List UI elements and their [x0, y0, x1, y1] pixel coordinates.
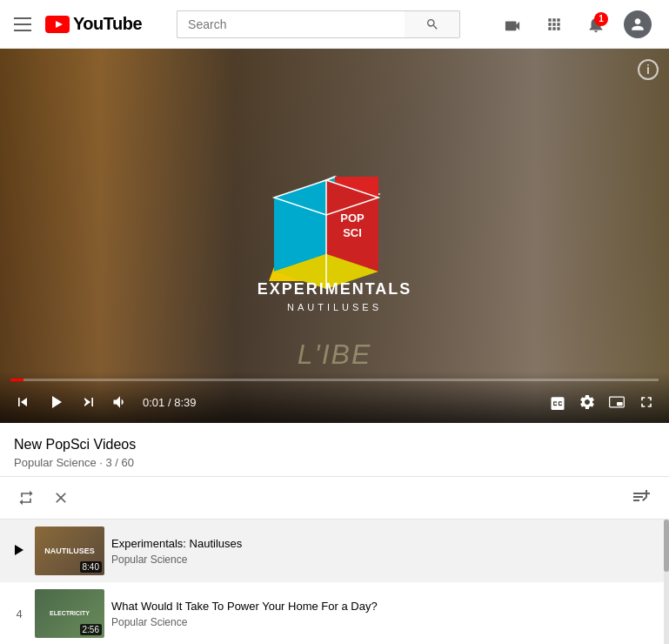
youtube-logo[interactable]: YouTube	[45, 14, 142, 34]
skip-forward-button[interactable]	[77, 390, 101, 414]
search-bar	[177, 10, 460, 38]
create-video-button[interactable]	[495, 7, 530, 42]
svg-marker-24	[15, 545, 23, 555]
item-title-2: What Would It Take To Power Your Home Fo…	[111, 599, 659, 614]
item-title-1: Experimentals: Nautiluses	[111, 536, 659, 552]
info-button[interactable]: i	[638, 59, 659, 80]
header-left: YouTube	[14, 14, 142, 34]
user-icon	[629, 16, 646, 33]
playlist-meta: Popular Science · 3 / 60	[14, 456, 655, 469]
player-overlay: POP SCI	[0, 49, 669, 423]
svg-text:SCI: SCI	[343, 226, 362, 239]
close-playlist-button[interactable]	[49, 486, 73, 510]
notifications-button[interactable]: 1	[579, 7, 613, 42]
popsci-logo: POP SCI	[258, 159, 412, 312]
svg-marker-0	[56, 21, 63, 28]
item-thumbnail-2: ELECTRICITY 2:56	[35, 589, 104, 638]
time-display: 0:01 / 8:39	[143, 396, 196, 409]
scrollbar-thumb[interactable]	[664, 520, 669, 572]
playlist-items: NAUTILUSES 8:40 Experimentals: Nautiluse…	[0, 520, 669, 644]
svg-rect-23	[617, 402, 623, 406]
item-duration-1: 8:40	[80, 561, 102, 573]
apps-icon	[545, 16, 563, 33]
item-play-indicator	[10, 545, 28, 558]
play-icon	[50, 19, 64, 30]
player-background: L'IBE	[0, 49, 669, 423]
logo-icon	[45, 16, 70, 33]
playlist-title: New PopSci Videos	[14, 437, 655, 453]
item-info-2: What Would It Take To Power Your Home Fo…	[111, 599, 659, 628]
playlist-header: New PopSci Videos Popular Science · 3 / …	[0, 423, 669, 477]
user-avatar[interactable]	[620, 7, 655, 42]
item-channel-2: Popular Science	[111, 616, 659, 628]
notification-badge: 1	[594, 12, 608, 26]
item-duration-2: 2:56	[80, 624, 102, 635]
search-input[interactable]	[177, 10, 405, 38]
controls-right	[545, 390, 659, 414]
fullscreen-button[interactable]	[634, 390, 659, 414]
playlist-actions	[0, 477, 669, 520]
controls-row: 0:01 / 8:39	[10, 388, 659, 416]
miniplayer-button[interactable]	[605, 391, 629, 413]
header-right: 1	[495, 7, 655, 42]
apps-button[interactable]	[537, 7, 572, 42]
loop-button[interactable]	[14, 486, 38, 510]
playlist-left-actions	[14, 486, 73, 510]
playlist-item-2[interactable]: 4 ELECTRICITY 2:56 What Would It Take To…	[0, 582, 669, 644]
logo-text: YouTube	[73, 14, 142, 34]
volume-button[interactable]	[108, 390, 132, 414]
video-player[interactable]: L'IBE	[0, 49, 669, 423]
camera-icon	[503, 17, 522, 32]
skip-back-button[interactable]	[10, 390, 35, 414]
svg-text:POP: POP	[340, 211, 365, 225]
scrollbar-track	[664, 520, 669, 644]
hamburger-menu[interactable]	[14, 17, 31, 31]
avatar-circle	[624, 10, 652, 38]
progress-fill	[10, 379, 23, 381]
settings-button[interactable]	[575, 390, 599, 414]
play-button[interactable]	[42, 388, 70, 416]
search-button[interactable]	[405, 10, 460, 38]
item-number-2: 4	[10, 607, 28, 621]
captions-button[interactable]	[545, 391, 570, 413]
item-info-1: Experimentals: Nautiluses Popular Scienc…	[111, 536, 659, 566]
player-controls: 0:01 / 8:39	[0, 372, 669, 423]
add-to-queue-button[interactable]	[627, 484, 655, 512]
playlist-item-1[interactable]: NAUTILUSES 8:40 Experimentals: Nautiluse…	[0, 520, 669, 582]
nautiluses-label: NAUTILUSES	[258, 302, 412, 312]
search-icon	[425, 17, 439, 31]
experimentals-label: EXPERIMENTALS	[258, 280, 412, 299]
playlist-section: New PopSci Videos Popular Science · 3 / …	[0, 423, 669, 644]
header: YouTube 1	[0, 0, 669, 49]
cube-graphic: POP SCI	[261, 171, 409, 289]
progress-bar[interactable]	[10, 379, 659, 381]
item-thumbnail-1: NAUTILUSES 8:40	[35, 527, 104, 575]
item-channel-1: Popular Science	[111, 553, 659, 566]
